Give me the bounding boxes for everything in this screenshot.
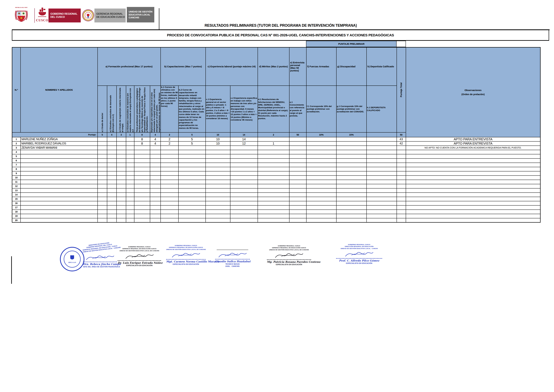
score-b1 bbox=[161, 188, 179, 193]
score-c2 bbox=[230, 184, 258, 188]
table-row: 15 bbox=[12, 197, 540, 201]
score-a4 bbox=[126, 154, 134, 159]
page-subtitle: PROCESO DE CONVOCATORIA PUBLICA DE PERSO… bbox=[167, 33, 394, 37]
score-c2 bbox=[230, 159, 258, 163]
score-total bbox=[397, 154, 406, 159]
max-e1: 50 bbox=[289, 133, 306, 137]
score-b2: 5 bbox=[179, 137, 206, 141]
score-a2 bbox=[107, 146, 117, 150]
score-b2 bbox=[179, 154, 206, 159]
table-row: 2 MARIBEL RODRIGUEZ DÁVALOS 8 4 2 5 10 1… bbox=[12, 141, 540, 146]
score-f1 bbox=[306, 197, 336, 201]
criteria-a2: a.2 Estudios concluidos de doctorado (Ex… bbox=[107, 86, 117, 133]
candidate-name bbox=[21, 159, 97, 163]
education-emblem-icon bbox=[82, 8, 94, 23]
candidate-name bbox=[21, 184, 97, 188]
score-c1 bbox=[206, 150, 230, 154]
score-b1 bbox=[161, 214, 179, 218]
signer-name: Dra. Rebeca Jincho Campa bbox=[83, 262, 117, 266]
score-f1 bbox=[306, 137, 336, 141]
score-h1 bbox=[367, 175, 397, 180]
score-c2 bbox=[230, 180, 258, 184]
score-a3 bbox=[117, 175, 126, 180]
score-e1 bbox=[289, 175, 306, 180]
row-number: 2 bbox=[12, 141, 21, 146]
score-e1 bbox=[289, 210, 306, 214]
row-number: 19 bbox=[12, 214, 21, 218]
observation-cell: APTO PARA ENTREVISTA bbox=[406, 141, 540, 146]
row-number: 16 bbox=[12, 201, 21, 205]
score-h1 bbox=[367, 210, 397, 214]
max-f1: 10% bbox=[306, 133, 336, 137]
criteria-h1: h.1 DEPORSTISTA CALIFICADO bbox=[367, 86, 397, 133]
score-b1 bbox=[161, 150, 179, 154]
score-b1 bbox=[161, 218, 179, 223]
criteria-g1: g.1 Corresponde 15% del puntaje prelimin… bbox=[336, 86, 367, 133]
row-number: 17 bbox=[12, 205, 21, 210]
score-titulo bbox=[134, 163, 150, 167]
observation-cell bbox=[406, 163, 540, 167]
score-a2 bbox=[107, 205, 117, 210]
score-e1 bbox=[289, 188, 306, 193]
score-d1 bbox=[258, 214, 289, 218]
score-a3 bbox=[117, 141, 126, 146]
svg-text:REPÚBLICA DEL PERÚ: REPÚBLICA DEL PERÚ bbox=[15, 7, 28, 8]
score-e1 bbox=[289, 141, 306, 146]
score-d1: 1 bbox=[258, 141, 289, 146]
score-a3 bbox=[117, 180, 126, 184]
score-a2 bbox=[107, 137, 117, 141]
score-d1 bbox=[258, 180, 289, 184]
score-b2 bbox=[179, 163, 206, 167]
score-f1 bbox=[306, 159, 336, 163]
candidate-name bbox=[21, 197, 97, 201]
score-a4 bbox=[126, 150, 134, 154]
score-f1 bbox=[306, 180, 336, 184]
score-a4 bbox=[126, 205, 134, 210]
results-table: N.º NOMBRES Y APELLIDOS a) Formación pro… bbox=[12, 47, 540, 223]
score-diplomado: 4 bbox=[150, 137, 161, 141]
score-h1 bbox=[367, 184, 397, 188]
score-c2 bbox=[230, 210, 258, 214]
observation-cell bbox=[406, 218, 540, 223]
criteria-c1: c.1 Experiencia general en el sector púb… bbox=[206, 86, 230, 133]
row-number: 3 bbox=[12, 146, 21, 150]
score-b2 bbox=[179, 188, 206, 193]
candidate-name bbox=[21, 193, 97, 197]
observation-cell bbox=[406, 175, 540, 180]
table-row: 3 ZENAYDA YABAR MAMANI bbox=[12, 146, 540, 150]
criteria-a3: a.3 Grado de magister(en materia relacio… bbox=[117, 86, 126, 133]
score-titulo bbox=[134, 175, 150, 180]
score-titulo bbox=[134, 218, 150, 223]
table-row: 11 bbox=[12, 180, 540, 184]
score-titulo bbox=[134, 214, 150, 218]
score-a1 bbox=[97, 146, 107, 150]
score-b1 bbox=[161, 159, 179, 163]
score-a1 bbox=[97, 137, 107, 141]
stamp-org-lines: GOBIERNO REGIONAL CUSCO DIRECCIÓN REGION… bbox=[336, 244, 382, 250]
candidate-name bbox=[21, 154, 97, 159]
score-diplomado bbox=[150, 184, 161, 188]
score-d1 bbox=[258, 188, 289, 193]
score-g1 bbox=[336, 210, 367, 214]
score-c2 bbox=[230, 175, 258, 180]
candidate-name bbox=[21, 214, 97, 218]
score-c1 bbox=[206, 214, 230, 218]
table-row: 18 bbox=[12, 210, 540, 214]
score-a4 bbox=[126, 137, 134, 141]
score-d1 bbox=[258, 159, 289, 163]
stamp-org-lines: GOBIERNO REGIONAL CUSCO GERENCIA REGIONA… bbox=[166, 245, 206, 251]
score-a4 bbox=[126, 146, 134, 150]
max-c1: 10 bbox=[206, 133, 230, 137]
score-h1 bbox=[367, 180, 397, 184]
score-b1 bbox=[161, 180, 179, 184]
score-h1 bbox=[367, 197, 397, 201]
score-f1 bbox=[306, 141, 336, 146]
max-a4: 1 bbox=[126, 133, 134, 137]
score-a2 bbox=[107, 150, 117, 154]
score-e1 bbox=[289, 150, 306, 154]
score-diplomado bbox=[150, 188, 161, 193]
score-c1 bbox=[206, 188, 230, 193]
observation-cell: NO APTO: NO CUENTA CON LA FORMACIÓN ACAD… bbox=[406, 146, 540, 150]
observation-cell bbox=[406, 201, 540, 205]
score-f1 bbox=[306, 154, 336, 159]
